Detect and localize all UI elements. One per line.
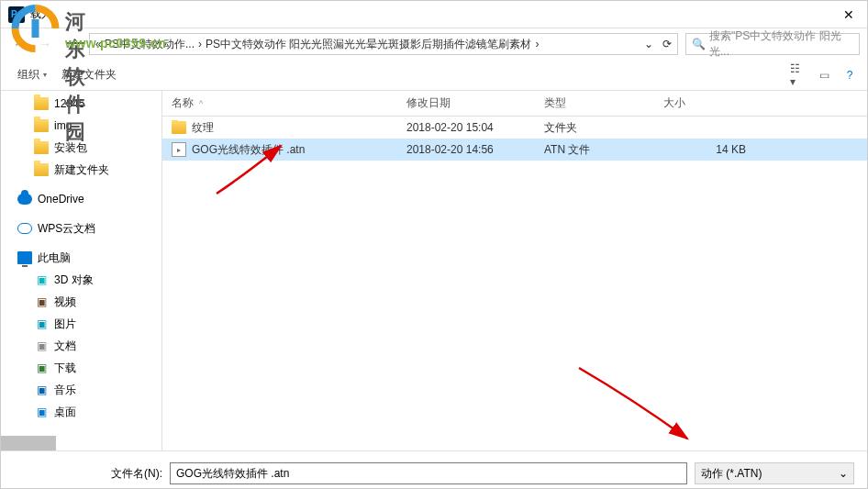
device-icon: ▣: [34, 383, 49, 396]
pc-icon: [17, 251, 32, 264]
filename-input[interactable]: [170, 462, 687, 484]
atn-file-icon: ▸: [172, 142, 186, 157]
back-button[interactable]: ←: [8, 33, 30, 55]
folder-icon: [172, 121, 186, 134]
sidebar-pc-item[interactable]: ▣3D 对象: [1, 269, 161, 291]
up-button[interactable]: ↑: [60, 33, 82, 55]
toolbar: 组织 新建文件夹 ☷ ▾ ▭ ?: [1, 60, 867, 91]
device-icon: ▣: [34, 406, 49, 418]
sidebar-pc-item[interactable]: ▣桌面: [1, 401, 161, 423]
device-icon: ▣: [34, 361, 49, 374]
sidebar-wps[interactable]: WPS云文档: [1, 217, 161, 239]
preview-pane-button[interactable]: ▭: [816, 67, 832, 83]
chevron-right-icon: ›: [198, 38, 202, 50]
sidebar-pc-item[interactable]: ▣视频: [1, 291, 161, 313]
column-date[interactable]: 修改日期: [397, 91, 535, 116]
sidebar-pc-item[interactable]: ▣音乐: [1, 379, 161, 401]
column-size[interactable]: 大小: [654, 91, 764, 116]
ps-icon: Ps: [8, 6, 25, 23]
device-icon: ▣: [34, 317, 49, 330]
chevron-right-icon: ›: [535, 38, 539, 50]
search-icon: 🔍: [692, 38, 706, 50]
device-icon: ▣: [34, 339, 49, 352]
onedrive-icon: [17, 194, 32, 205]
breadcrumb-seg1[interactable]: « PS中文特效动作...: [95, 37, 195, 52]
view-options-button[interactable]: ☷ ▾: [790, 67, 807, 83]
sidebar: 12345img安装包新建文件夹OneDriveWPS云文档此电脑▣3D 对象▣…: [1, 91, 162, 450]
sidebar-pc-item[interactable]: ▣文档: [1, 335, 161, 357]
sidebar-folder[interactable]: 新建文件夹: [1, 159, 161, 181]
device-icon: ▣: [34, 273, 49, 286]
navbar: ← → ↑ « PS中文特效动作... › PS中文特效动作 阳光光照漏光光晕光…: [1, 28, 867, 60]
sidebar-folder[interactable]: 12345: [1, 93, 161, 115]
sidebar-pc-item[interactable]: ▣图片: [1, 313, 161, 335]
organize-button[interactable]: 组织: [10, 63, 54, 86]
column-headers: 名称 修改日期 类型 大小: [162, 91, 867, 117]
footer: 文件名(N): 动作 (*.ATN)⌄ 载入(L) 取消: [1, 450, 867, 489]
scrollbar[interactable]: [1, 436, 56, 450]
folder-icon: [34, 119, 49, 132]
breadcrumb-dropdown[interactable]: ⌄ ⟳: [644, 38, 672, 50]
close-button[interactable]: ✕: [830, 1, 867, 28]
sidebar-folder[interactable]: 安装包: [1, 137, 161, 159]
file-row[interactable]: ▸GOG光线特效插件 .atn 2018-02-20 14:56 ATN 文件 …: [162, 139, 867, 161]
window-title: 载入: [30, 6, 830, 22]
breadcrumb-seg2[interactable]: PS中文特效动作 阳光光照漏光光晕光斑摄影后期插件滤镜笔刷素材: [206, 37, 531, 52]
sidebar-thispc[interactable]: 此电脑: [1, 247, 161, 269]
wps-icon: [17, 223, 32, 234]
folder-icon: [34, 97, 49, 110]
column-name[interactable]: 名称: [162, 91, 397, 116]
sidebar-folder[interactable]: img: [1, 115, 161, 137]
help-button[interactable]: ?: [841, 67, 858, 83]
device-icon: ▣: [34, 295, 49, 308]
forward-button[interactable]: →: [34, 33, 56, 55]
search-input[interactable]: 🔍 搜索"PS中文特效动作 阳光光...: [685, 33, 860, 55]
filetype-select[interactable]: 动作 (*.ATN)⌄: [695, 462, 854, 484]
breadcrumb[interactable]: « PS中文特效动作... › PS中文特效动作 阳光光照漏光光晕光斑摄影后期插…: [89, 33, 678, 55]
file-list: 名称 修改日期 类型 大小 纹理 2018-02-20 15:04 文件夹 ▸G…: [162, 91, 867, 450]
folder-icon: [34, 163, 49, 176]
chevron-down-icon: ⌄: [839, 467, 848, 480]
titlebar: Ps 载入 ✕: [1, 1, 867, 28]
folder-icon: [34, 141, 49, 154]
search-placeholder: 搜索"PS中文特效动作 阳光光...: [709, 28, 853, 60]
filename-label: 文件名(N):: [14, 466, 162, 482]
new-folder-button[interactable]: 新建文件夹: [54, 63, 124, 86]
sidebar-onedrive[interactable]: OneDrive: [1, 188, 161, 210]
file-row[interactable]: 纹理 2018-02-20 15:04 文件夹: [162, 117, 867, 139]
column-type[interactable]: 类型: [535, 91, 654, 116]
sidebar-pc-item[interactable]: ▣下载: [1, 357, 161, 379]
